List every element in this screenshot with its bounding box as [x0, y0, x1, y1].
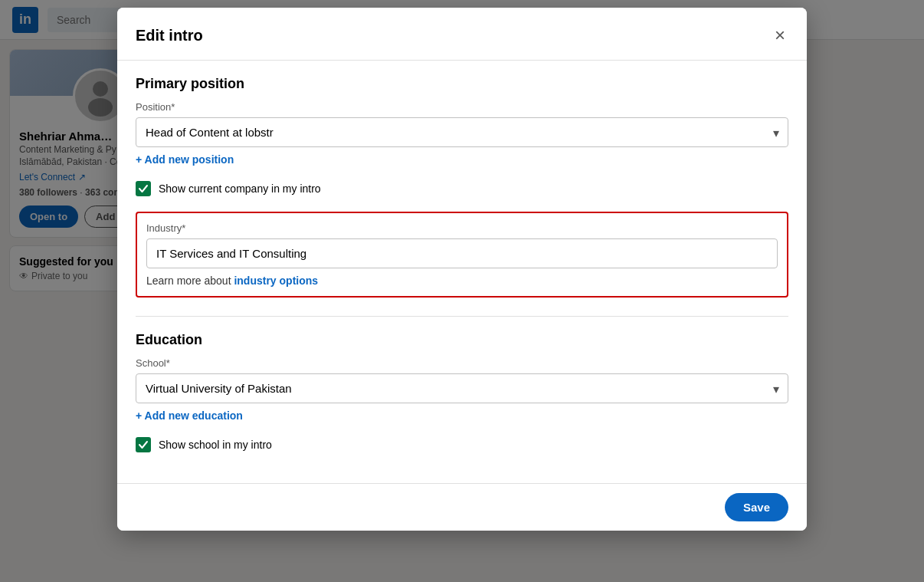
industry-input[interactable] [146, 238, 778, 268]
divider [136, 316, 788, 317]
show-school-checkbox[interactable] [136, 437, 151, 452]
show-school-label: Show school in my intro [159, 439, 272, 451]
industry-label: Industry* [146, 222, 778, 234]
education-title: Education [136, 332, 788, 348]
position-select-wrapper: Head of Content at lobstr ▾ [136, 117, 788, 147]
primary-position-title: Primary position [136, 76, 788, 92]
save-button[interactable]: Save [725, 493, 788, 521]
position-label: Position* [136, 101, 788, 113]
show-company-label: Show current company in my intro [159, 182, 321, 195]
modal-title: Edit intro [136, 27, 203, 44]
position-select[interactable]: Head of Content at lobstr [136, 117, 788, 147]
add-education-button[interactable]: + Add new education [136, 409, 243, 422]
modal-body: Primary position Position* Head of Conte… [117, 61, 807, 483]
show-company-checkbox[interactable] [136, 181, 151, 196]
edit-intro-modal: Edit intro × Primary position Position* … [117, 8, 807, 531]
modal-footer: Save [117, 483, 807, 531]
industry-options-link[interactable]: industry options [234, 275, 318, 287]
show-school-row: Show school in my intro [136, 437, 788, 452]
school-label: School* [136, 357, 788, 369]
school-select-wrapper: Virtual University of Pakistan ▾ [136, 373, 788, 403]
show-company-row: Show current company in my intro [136, 181, 788, 196]
industry-section: Industry* Learn more about industry opti… [136, 212, 788, 298]
close-button[interactable]: × [772, 23, 788, 48]
industry-hint: Learn more about industry options [146, 275, 778, 287]
modal-header: Edit intro × [117, 8, 807, 61]
school-select[interactable]: Virtual University of Pakistan [136, 373, 788, 403]
add-position-button[interactable]: + Add new position [136, 153, 234, 166]
modal-overlay: Edit intro × Primary position Position* … [0, 0, 924, 582]
